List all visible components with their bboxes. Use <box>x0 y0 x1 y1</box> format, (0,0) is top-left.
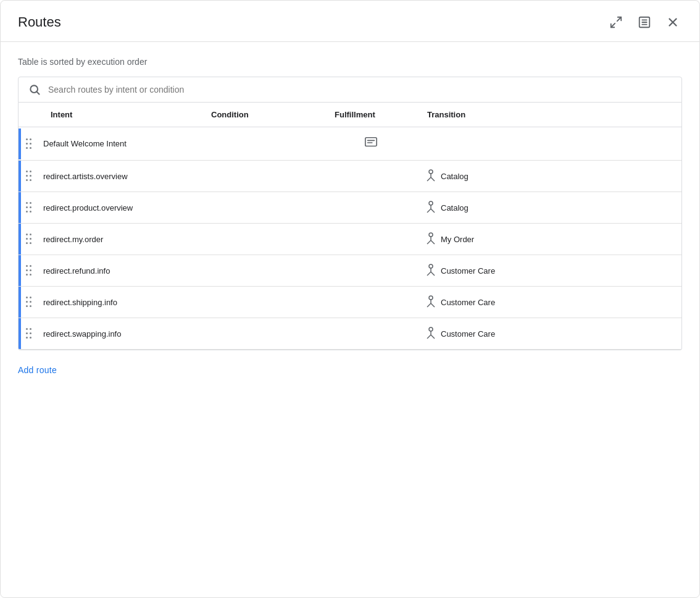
th-drag <box>19 103 41 127</box>
collapse-icon[interactable] <box>635 13 654 32</box>
drag-handle[interactable] <box>21 318 36 349</box>
drag-dot <box>26 143 28 145</box>
transition-icon <box>425 295 437 309</box>
drag-dot <box>26 242 28 244</box>
drag-cell <box>19 318 41 350</box>
drag-dot <box>30 206 31 208</box>
table-row[interactable]: redirect.swapping.infoCustomer Care <box>19 318 681 350</box>
transition-label: My Order <box>441 235 474 244</box>
add-route-button[interactable]: Add route <box>18 360 682 380</box>
cell-fulfillment <box>325 318 417 350</box>
drag-dot <box>26 147 28 149</box>
cell-intent: Default Welcome Intent <box>41 127 201 161</box>
table-row[interactable]: redirect.refund.infoCustomer Care <box>19 255 681 287</box>
drag-cell <box>19 287 41 318</box>
cell-transition: Customer Care <box>417 287 681 318</box>
drag-dot <box>26 206 28 208</box>
routes-dialog: Routes <box>0 0 700 598</box>
search-bar <box>18 77 682 103</box>
cell-condition <box>201 287 325 318</box>
table-row[interactable]: redirect.my.orderMy Order <box>19 224 681 255</box>
drag-cell <box>19 255 41 287</box>
drag-cell <box>19 161 41 192</box>
transition-wrap: Customer Care <box>425 264 674 277</box>
th-transition: Transition <box>417 103 681 127</box>
drag-dot <box>26 179 28 181</box>
dialog-header: Routes <box>1 1 699 42</box>
cell-intent: redirect.swapping.info <box>41 318 201 350</box>
svg-line-9 <box>37 92 40 95</box>
message-icon <box>364 136 378 150</box>
cell-condition <box>201 318 325 350</box>
drag-dot <box>30 269 31 271</box>
search-icon <box>28 83 41 96</box>
drag-dot <box>26 305 28 307</box>
drag-dot <box>26 301 28 303</box>
drag-handle[interactable] <box>21 255 36 286</box>
transition-wrap: My Order <box>425 232 674 246</box>
table-row[interactable]: Default Welcome Intent <box>19 127 681 161</box>
table-row[interactable]: redirect.product.overviewCatalog <box>19 192 681 224</box>
cell-condition <box>201 192 325 224</box>
svg-point-25 <box>429 264 433 268</box>
cell-fulfillment <box>325 224 417 255</box>
th-intent: Intent <box>41 103 201 127</box>
table-row[interactable]: redirect.artists.overviewCatalog <box>19 161 681 192</box>
cell-condition <box>201 255 325 287</box>
drag-dot <box>26 202 28 204</box>
drag-handle[interactable] <box>21 224 36 255</box>
svg-line-15 <box>427 177 431 181</box>
cell-transition: Customer Care <box>417 318 681 350</box>
table-header-row: Intent Condition Fulfillment Transition <box>19 103 681 127</box>
table-subtitle: Table is sorted by execution order <box>18 57 682 67</box>
drag-dot <box>30 332 31 334</box>
svg-line-27 <box>427 272 431 276</box>
drag-dot <box>30 179 31 181</box>
routes-table: Intent Condition Fulfillment Transition … <box>18 103 682 350</box>
drag-dot <box>26 274 28 276</box>
cell-intent: redirect.shipping.info <box>41 287 201 318</box>
transition-icon <box>425 264 437 277</box>
transition-label: Customer Care <box>441 329 495 339</box>
drag-dot <box>30 274 31 276</box>
cell-condition <box>201 161 325 192</box>
drag-dot <box>26 332 28 334</box>
drag-dot <box>30 138 31 140</box>
drag-dot <box>30 242 31 244</box>
search-input[interactable] <box>48 85 672 95</box>
expand-icon[interactable] <box>607 13 625 32</box>
drag-dot <box>30 265 31 267</box>
cell-fulfillment <box>325 287 417 318</box>
th-fulfillment: Fulfillment <box>325 103 417 127</box>
cell-fulfillment <box>325 255 417 287</box>
drag-dot <box>30 305 31 307</box>
cell-transition: Customer Care <box>417 255 681 287</box>
close-icon[interactable] <box>664 13 682 32</box>
drag-handle[interactable] <box>21 128 36 159</box>
drag-dot <box>26 337 28 339</box>
drag-dot <box>30 297 31 298</box>
drag-dot <box>30 337 31 339</box>
header-actions <box>607 13 682 32</box>
transition-icon <box>425 201 437 214</box>
cell-intent: redirect.my.order <box>41 224 201 255</box>
svg-line-1 <box>611 23 615 27</box>
cell-transition: My Order <box>417 224 681 255</box>
drag-handle[interactable] <box>21 287 36 318</box>
transition-wrap: Catalog <box>425 201 674 214</box>
transition-icon <box>425 232 437 246</box>
transition-wrap: Catalog <box>425 169 674 183</box>
drag-handle[interactable] <box>21 192 36 223</box>
cell-fulfillment <box>325 127 417 161</box>
cell-fulfillment <box>325 192 417 224</box>
transition-label: Customer Care <box>441 266 495 276</box>
drag-handle[interactable] <box>21 161 36 192</box>
svg-line-35 <box>427 335 431 339</box>
transition-wrap: Customer Care <box>425 295 674 309</box>
drag-dot <box>26 265 28 267</box>
svg-line-0 <box>617 17 621 21</box>
cell-condition <box>201 224 325 255</box>
svg-line-23 <box>427 240 431 244</box>
table-row[interactable]: redirect.shipping.infoCustomer Care <box>19 287 681 318</box>
svg-line-36 <box>431 335 435 339</box>
